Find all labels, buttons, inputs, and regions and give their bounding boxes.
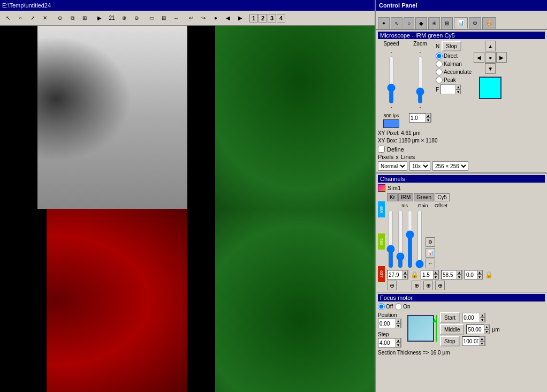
normal-select[interactable]: Normal bbox=[378, 161, 407, 171]
cp-tab-chart[interactable]: 📊 bbox=[454, 17, 468, 29]
kr-lock[interactable]: 🔒 bbox=[411, 271, 419, 278]
dir-left[interactable]: ◀ bbox=[474, 52, 484, 63]
redo-tool[interactable]: ↪ bbox=[197, 12, 209, 24]
panel-green-top[interactable] bbox=[187, 26, 375, 209]
start-down[interactable]: ▼ bbox=[480, 318, 485, 322]
focus-stop-button[interactable]: Stop bbox=[440, 336, 460, 346]
dir-right[interactable]: ▶ bbox=[496, 52, 507, 63]
tab-3[interactable]: 3 bbox=[268, 14, 276, 22]
circle-tool[interactable]: ● bbox=[210, 12, 222, 24]
f-input[interactable] bbox=[440, 87, 455, 93]
cross-tool[interactable]: ✕ bbox=[39, 12, 51, 24]
panel-green-bottom[interactable] bbox=[187, 209, 375, 392]
crosshair-btn-1[interactable]: ⊕ bbox=[387, 281, 397, 290]
f-up[interactable]: ▲ bbox=[455, 85, 461, 89]
stop-input[interactable] bbox=[462, 338, 480, 344]
cp-tab-sun[interactable]: ✳ bbox=[428, 17, 440, 29]
middle-button[interactable]: Middle bbox=[440, 324, 464, 335]
speed-slider[interactable] bbox=[388, 56, 395, 104]
stop-down[interactable]: ▼ bbox=[480, 341, 485, 346]
cp-tab-configure[interactable]: ✦ bbox=[378, 17, 390, 29]
gain-value-input[interactable] bbox=[442, 272, 457, 278]
measure-tool[interactable]: ↔ bbox=[170, 12, 182, 24]
next-tool[interactable]: ▶ bbox=[234, 12, 246, 24]
rect-tool[interactable]: ▭ bbox=[146, 12, 157, 24]
offset-value-input[interactable] bbox=[465, 272, 477, 278]
ch-btn-3[interactable]: ↔ bbox=[426, 259, 435, 268]
gain-slider[interactable] bbox=[406, 209, 414, 268]
cp-tab-color[interactable]: 🎨 bbox=[482, 17, 496, 29]
cp-tab-shape[interactable]: ◆ bbox=[415, 17, 427, 29]
objective-select[interactable]: 10x bbox=[409, 161, 430, 171]
offset-down[interactable]: ▼ bbox=[477, 275, 482, 280]
prev-tool[interactable]: ◀ bbox=[222, 12, 234, 24]
position-down[interactable]: ▼ bbox=[396, 323, 401, 328]
ch-btn-1[interactable]: ⚙ bbox=[426, 237, 435, 247]
offset-up[interactable]: ▲ bbox=[477, 270, 482, 275]
dir-up[interactable]: ▲ bbox=[485, 41, 496, 51]
iris-up[interactable]: ▲ bbox=[433, 270, 438, 275]
middle-up[interactable]: ▲ bbox=[484, 325, 489, 329]
arrow-tool[interactable]: ↖ bbox=[2, 12, 14, 24]
crosshair-btn-2[interactable]: ⊕ bbox=[412, 281, 421, 290]
resolution-select[interactable]: 256 × 256 bbox=[432, 161, 468, 171]
peak-radio-input[interactable] bbox=[436, 77, 443, 84]
step-down[interactable]: ▼ bbox=[396, 343, 401, 348]
undo-tool[interactable]: ↩ bbox=[185, 12, 197, 24]
grid-tool[interactable]: ⊞ bbox=[158, 12, 170, 24]
gain-down[interactable]: ▼ bbox=[457, 275, 462, 280]
ch-tab-irm[interactable]: IRM bbox=[398, 193, 413, 201]
zoom-up[interactable]: ▲ bbox=[426, 113, 431, 118]
cp-tab-wave[interactable]: ∿ bbox=[391, 17, 402, 29]
play-tool[interactable]: ▶ bbox=[94, 12, 105, 24]
iris-slider[interactable] bbox=[397, 209, 404, 268]
dir-center[interactable]: ● bbox=[485, 52, 496, 63]
offset-lock[interactable]: 🔒 bbox=[485, 271, 493, 278]
kalman-radio-input[interactable] bbox=[436, 61, 443, 67]
kr-down[interactable]: ▼ bbox=[402, 275, 408, 280]
accumulate-radio-input[interactable] bbox=[436, 69, 443, 76]
kr-up[interactable]: ▲ bbox=[402, 270, 408, 275]
copy-tool[interactable]: ⧉ bbox=[66, 12, 78, 24]
paste-tool[interactable]: ⊞ bbox=[79, 12, 90, 24]
panel-brightfield[interactable] bbox=[0, 26, 187, 209]
define-checkbox[interactable] bbox=[378, 146, 385, 153]
zoom-in-tool[interactable]: ⊕ bbox=[118, 12, 130, 24]
cursor-tool[interactable]: ↗ bbox=[27, 12, 39, 24]
stop-button[interactable]: Stop bbox=[442, 41, 461, 51]
position-input[interactable] bbox=[378, 321, 396, 327]
start-up[interactable]: ▲ bbox=[480, 313, 485, 318]
offset-slider[interactable] bbox=[416, 209, 423, 268]
focus-on-input[interactable] bbox=[395, 303, 402, 310]
start-button[interactable]: Start bbox=[440, 312, 460, 323]
ch-tab-green[interactable]: Green bbox=[414, 193, 434, 201]
position-up[interactable]: ▲ bbox=[396, 319, 401, 323]
dir-down[interactable]: ▼ bbox=[485, 63, 496, 74]
step-up[interactable]: ▲ bbox=[396, 338, 401, 343]
zoom-slider[interactable] bbox=[416, 56, 424, 104]
tab-4[interactable]: 4 bbox=[277, 14, 285, 22]
crosshair-btn-3[interactable]: ⊕ bbox=[423, 281, 433, 290]
oval-tool[interactable]: ○ bbox=[14, 12, 26, 24]
ch-tab-cy5[interactable]: Cy5 bbox=[435, 193, 450, 201]
iris-down[interactable]: ▼ bbox=[433, 275, 438, 280]
step-input[interactable] bbox=[378, 340, 396, 346]
ch-btn-2[interactable]: 📊 bbox=[426, 248, 435, 258]
direct-radio-input[interactable] bbox=[436, 52, 443, 59]
tab-2[interactable]: 2 bbox=[259, 14, 267, 22]
start-input[interactable] bbox=[462, 315, 480, 321]
zoom-out-tool[interactable]: ⊖ bbox=[131, 12, 142, 24]
cp-tab-grid[interactable]: ⊞ bbox=[441, 17, 453, 29]
kr-value-input[interactable] bbox=[388, 272, 402, 278]
focus-off-input[interactable] bbox=[378, 303, 385, 310]
iris-value-input[interactable] bbox=[421, 272, 433, 278]
tab-1[interactable]: 1 bbox=[249, 14, 258, 22]
zoom-input[interactable] bbox=[409, 115, 426, 121]
middle-down[interactable]: ▼ bbox=[484, 329, 489, 334]
crosshair-btn-4[interactable]: ⊕ bbox=[435, 281, 445, 290]
num-tool[interactable]: 21 bbox=[106, 12, 118, 24]
zoom-down[interactable]: ▼ bbox=[426, 118, 431, 123]
lasso-tool[interactable]: ⊙ bbox=[54, 12, 66, 24]
panel-red[interactable] bbox=[0, 209, 187, 392]
middle-input[interactable] bbox=[467, 327, 484, 333]
